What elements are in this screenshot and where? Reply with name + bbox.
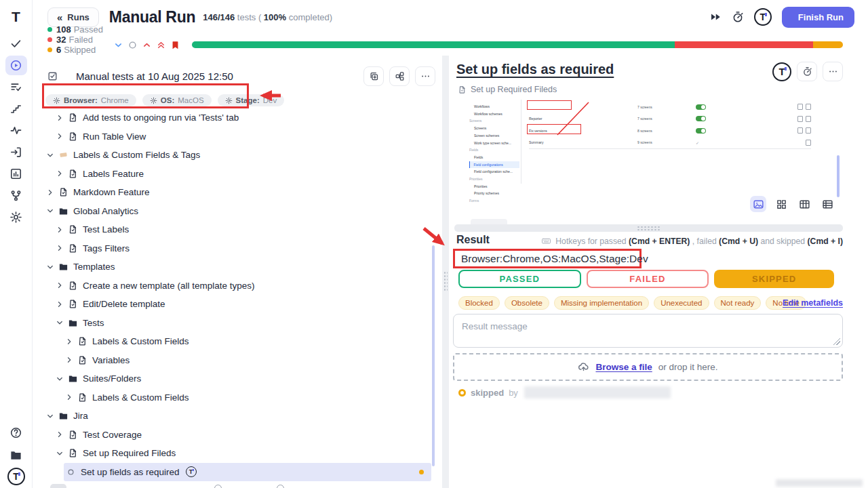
chevron-down-icon[interactable]	[56, 319, 67, 327]
nav-settings[interactable]	[5, 207, 27, 227]
tree-item[interactable]: Tags Filters	[33, 239, 442, 258]
chevron-right-icon[interactable]	[56, 430, 67, 439]
chevron-right-icon[interactable]	[56, 244, 67, 252]
splitter-grip[interactable]	[443, 271, 448, 291]
config-tag[interactable]: Browser:Chrome	[45, 94, 136, 106]
tree-item[interactable]: Variables	[33, 351, 442, 370]
result-message-input[interactable]: Result message	[453, 314, 843, 348]
test-title[interactable]: Set up fields as required	[456, 62, 614, 77]
attachment-screenshot[interactable]: WorkflowsWorkflow schemesScreensScreensS…	[461, 100, 821, 203]
tree-item[interactable]: Create a new template (all template type…	[33, 277, 442, 296]
nav-imports[interactable]	[5, 142, 27, 162]
chevron-right-icon[interactable]	[56, 132, 67, 140]
more-options-button[interactable]	[415, 66, 435, 86]
nav-integrations[interactable]	[5, 186, 27, 205]
nav-runs[interactable]	[5, 56, 27, 75]
tree-scrollbar-thumb[interactable]	[432, 245, 435, 466]
splitter-grip[interactable]	[637, 226, 661, 230]
tree-item[interactable]: Markdown Feature	[33, 183, 442, 202]
metafield-tag[interactable]: Not ready	[714, 296, 762, 310]
priority-high-icon[interactable]	[142, 40, 152, 50]
chevron-right-icon[interactable]	[56, 281, 67, 289]
config-tag[interactable]: Stage:Dev	[218, 94, 285, 106]
panel-splitter[interactable]	[442, 56, 449, 488]
chevron-right-icon[interactable]	[56, 169, 67, 178]
tree-item[interactable]: Templates	[33, 258, 442, 277]
chevron-right-icon[interactable]	[65, 393, 77, 401]
failed-button[interactable]: FAILED	[587, 270, 709, 288]
tree-item[interactable]: Labels & Custom Fields	[33, 332, 442, 351]
chevron-down-icon[interactable]	[46, 151, 58, 159]
chevrons-left-icon: «	[57, 12, 62, 22]
assignee-avatar[interactable]: T	[754, 8, 772, 26]
tree-item[interactable]: Add tests to ongoing run via 'Tests' tab	[33, 108, 442, 127]
chevron-down-icon[interactable]	[46, 412, 58, 420]
timer-button[interactable]	[797, 62, 817, 81]
passed-button[interactable]: PASSED	[458, 270, 581, 288]
run-title: Manual tests at 10 Aug 2025 12:50	[76, 70, 233, 82]
nav-projects[interactable]	[5, 445, 27, 465]
tree-item[interactable]: Test Labels	[33, 220, 442, 239]
metafield-tag[interactable]: Obsolete	[505, 296, 549, 310]
chevron-right-icon[interactable]	[56, 114, 67, 122]
tree-item[interactable]: Labels & Custom Fields	[33, 388, 442, 407]
priority-blocker-icon[interactable]	[170, 40, 180, 50]
chevron-right-icon[interactable]	[46, 188, 58, 197]
nav-help[interactable]	[5, 423, 27, 443]
tree-item[interactable]: Set up Required Fileds	[33, 444, 442, 463]
chevron-right-icon[interactable]	[56, 300, 67, 308]
image-view-button[interactable]	[750, 196, 766, 212]
priority-highest-icon[interactable]	[156, 40, 166, 50]
config-tag[interactable]: OS:MacOS	[142, 94, 212, 106]
tree-item[interactable]: Jira	[33, 407, 442, 426]
tree-view-button[interactable]	[389, 66, 410, 86]
tree-item[interactable]: Run Table View	[33, 127, 442, 146]
grid-view-button[interactable]	[773, 196, 789, 212]
file-drop-zone[interactable]: Browse a file or drop it here.	[453, 353, 843, 381]
list-view-button[interactable]	[819, 196, 835, 212]
chevron-right-icon[interactable]	[65, 356, 77, 364]
nav-plans[interactable]	[5, 77, 27, 97]
test-more-options-button[interactable]	[823, 62, 843, 81]
finish-run-button[interactable]: Finish Run	[782, 7, 854, 28]
tree-item[interactable]: Suites/Folders	[33, 369, 442, 388]
tree-item[interactable]: Test Coverage	[33, 426, 442, 445]
app-logo[interactable]: T	[12, 5, 20, 28]
edit-metafields-link[interactable]: Edit metafields	[783, 298, 843, 308]
tree-item[interactable]: Edit/Delete template	[33, 295, 442, 314]
fast-forward-icon[interactable]	[709, 11, 722, 23]
duplicate-run-button[interactable]	[363, 66, 384, 86]
chevron-down-icon[interactable]	[46, 263, 58, 271]
chevron-right-icon[interactable]	[65, 338, 77, 346]
screenshot-scrollbar-thumb[interactable]	[837, 155, 840, 197]
nav-analytics[interactable]	[5, 164, 27, 184]
app-sidebar: T T	[0, 0, 33, 488]
nav-tests[interactable]	[5, 34, 27, 54]
priority-none-icon[interactable]	[127, 40, 138, 50]
browse-file-link[interactable]: Browse a file	[595, 362, 652, 372]
suite-name[interactable]: Set up Required Fileds	[471, 85, 557, 94]
chevron-right-icon[interactable]	[56, 226, 67, 234]
nav-profile[interactable]: T	[7, 468, 25, 485]
nav-pulse[interactable]	[5, 121, 27, 140]
tree-item[interactable]: Set up fields as requiredT	[64, 463, 431, 482]
tree-item[interactable]: Global Analytics	[33, 202, 442, 221]
chevron-down-icon[interactable]	[46, 207, 58, 215]
tree-item[interactable]: Labels Feature	[33, 165, 442, 184]
table-view-button[interactable]	[796, 196, 812, 212]
chevron-down-icon[interactable]	[56, 375, 67, 383]
tree-item[interactable]: Tests	[33, 314, 442, 333]
skipped-button[interactable]: SKIPPED	[714, 270, 834, 288]
metafield-tag[interactable]: Blocked	[458, 296, 500, 310]
tree-item[interactable]: Labels & Custom Fields & Tags	[33, 146, 442, 165]
priority-lowest-icon[interactable]	[113, 40, 123, 50]
metafield-tag[interactable]: Unexecuted	[654, 296, 709, 310]
metafield-tag[interactable]: Missing implementation	[554, 296, 649, 310]
result-splitter[interactable]	[454, 224, 843, 232]
chevron-down-icon[interactable]	[56, 449, 67, 458]
nav-milestones[interactable]	[5, 99, 27, 119]
timer-icon[interactable]	[732, 11, 744, 23]
resize-handle[interactable]	[833, 338, 840, 345]
document-icon	[458, 85, 467, 94]
test-assignee-avatar[interactable]: T	[772, 62, 791, 81]
